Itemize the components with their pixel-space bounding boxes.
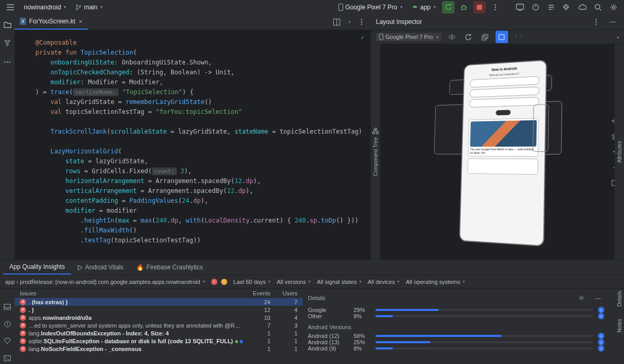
hamburger-icon[interactable] (4, 1, 17, 14)
devices-filter[interactable]: All devices▾ (368, 279, 400, 285)
issue-row[interactable]: ✕sqlite.SQLiteFullException - database o… (15, 337, 303, 345)
versions-filter[interactable]: All versions▾ (277, 279, 310, 285)
svg-point-10 (533, 4, 539, 10)
update-icon[interactable] (529, 1, 542, 14)
code-with-me-icon[interactable] (514, 1, 526, 14)
terminal-icon[interactable] (1, 352, 14, 364)
bug-icon (460, 4, 467, 11)
issue-events: 1 (243, 346, 270, 352)
details-right-rail: Details Notes (615, 289, 624, 364)
svg-point-23 (361, 21, 362, 22)
chevron-down-icon: ▾ (100, 5, 102, 9)
gem-icon[interactable] (1, 335, 14, 347)
refresh-icon[interactable] (462, 31, 475, 43)
chevron-down-icon[interactable]: ▾ (343, 16, 355, 28)
phone-title: Now in Android (491, 67, 517, 72)
issue-row[interactable]: ✕apps.nowinandroid/u0a104 (15, 314, 303, 321)
chevron-down-icon: ▾ (400, 5, 402, 9)
alert-icon[interactable] (1, 318, 14, 330)
details-minimize-icon[interactable]: — (592, 292, 604, 304)
issue-events: 10 (243, 315, 270, 321)
undo-icon[interactable] (512, 31, 525, 43)
minimize-icon[interactable]: — (606, 16, 619, 28)
time-filter[interactable]: Last 60 days▾ (233, 279, 270, 285)
details-rail-tab[interactable]: Details (617, 291, 622, 308)
rerun-button[interactable] (442, 1, 454, 14)
settings-icon[interactable] (607, 1, 620, 14)
info-icon[interactable]: i (598, 307, 604, 313)
svg-rect-5 (477, 5, 482, 10)
signal-filter[interactable]: All signal states▾ (317, 279, 361, 285)
app-filter[interactable]: app › prodRelease: [now-in-android] com.… (5, 279, 205, 285)
filter-bar: app › prodRelease: [now-in-android] com.… (0, 275, 624, 289)
issue-text: sqlite.SQLiteFullException - database or… (29, 338, 243, 344)
chevron-down-icon: ▾ (64, 5, 66, 9)
issue-row[interactable]: ✕lang.NoSuchFieldException - _consensus1… (15, 345, 303, 353)
notes-rail-tab[interactable]: Notes (617, 319, 622, 334)
svg-rect-30 (482, 36, 486, 40)
commit-icon[interactable] (545, 1, 557, 14)
info-icon[interactable]: i (598, 339, 604, 345)
details-pane: Details — Google29%iOther8%i Android Ver… (303, 289, 624, 364)
inbox-icon[interactable] (1, 301, 14, 313)
inspector-more-icon[interactable] (590, 16, 602, 28)
svg-point-0 (76, 5, 78, 6)
code-editor[interactable]: ✓ @Composable private fun TopicSelection… (15, 30, 371, 259)
error-icon: ✕ (20, 338, 26, 344)
cloud-icon[interactable] (576, 1, 589, 14)
chevron-down-icon: ▾ (463, 279, 465, 284)
info-icon[interactable]: i (598, 345, 604, 352)
split-icon[interactable] (330, 16, 343, 28)
issue-users: 1 (270, 338, 297, 344)
component-tree-label: Component Tree (373, 137, 379, 176)
tab-android-vitals[interactable]: Android Vitals (71, 260, 130, 275)
debug-button[interactable] (458, 1, 470, 14)
issue-row[interactable]: ✕lang.IndexOutOfBoundsException - Index:… (15, 329, 303, 337)
eye-icon[interactable] (446, 31, 458, 43)
chevron-right-icon[interactable]: ▾ (616, 36, 620, 38)
folder-icon[interactable] (1, 18, 14, 31)
tree-icon (372, 128, 379, 134)
bottom-panel: App Quality Insights Android Vitals 🔥Fir… (0, 259, 624, 364)
info-icon[interactable]: i (598, 313, 604, 319)
extension-icon[interactable] (561, 1, 573, 14)
attributes-rail[interactable]: Attributes (615, 44, 624, 259)
stop-button[interactable] (473, 1, 486, 14)
run-config-dropdown[interactable]: app▾ (409, 3, 439, 12)
tab-app-quality[interactable]: App Quality Insights (3, 260, 71, 275)
structure-icon[interactable] (1, 37, 14, 49)
close-icon[interactable]: ✕ (79, 19, 83, 24)
stat-pct: 29% (354, 307, 370, 313)
editor-tabs: ForYouScreen.kt ✕ ▾ (15, 14, 371, 30)
component-tree-rail[interactable]: Component Tree (371, 44, 380, 259)
overlay-icon[interactable] (479, 31, 491, 43)
svg-rect-34 (373, 132, 375, 134)
snapshot-icon[interactable] (496, 31, 508, 43)
issue-row[interactable]: ✕…ed to system_server and system apps on… (15, 321, 303, 329)
project-dropdown[interactable]: nowinandroid▾ (22, 3, 68, 12)
restart-icon (445, 4, 452, 11)
inspector-device-dd[interactable]: Google Pixel 7 Pro▾ (376, 33, 441, 41)
file-tab[interactable]: ForYouScreen.kt ✕ (15, 14, 88, 30)
more-icon[interactable] (489, 1, 501, 14)
chevron-down-icon: ▾ (397, 279, 399, 284)
issue-row[interactable]: ✕. }124 (15, 306, 303, 314)
svg-point-24 (361, 23, 362, 24)
device-dropdown[interactable]: Google Pixel 7 Pro▾ (335, 3, 406, 12)
more-rail-icon[interactable] (1, 56, 14, 68)
svg-point-11 (553, 9, 554, 10)
os-filter[interactable]: All operating systems▾ (406, 279, 465, 285)
top-toolbar: nowinandroid▾ main▾ Google Pixel 7 Pro▾ … (0, 0, 624, 14)
svg-point-15 (8, 40, 10, 42)
info-icon[interactable]: i (598, 333, 604, 339)
search-icon[interactable] (592, 1, 604, 14)
svg-point-25 (595, 19, 596, 20)
branch-dropdown[interactable]: main▾ (73, 3, 105, 12)
issue-events: 1 (243, 330, 270, 336)
details-gear-icon[interactable] (575, 292, 588, 304)
editor-more-icon[interactable] (355, 16, 368, 28)
issue-row[interactable]: ✕. (has extras) }247 (15, 298, 303, 306)
phone-canvas[interactable]: Now in Android What are you interested i… (380, 44, 624, 259)
col-events: Events (243, 290, 270, 296)
tab-crashlytics[interactable]: 🔥Firebase Crashlytics (130, 260, 210, 275)
